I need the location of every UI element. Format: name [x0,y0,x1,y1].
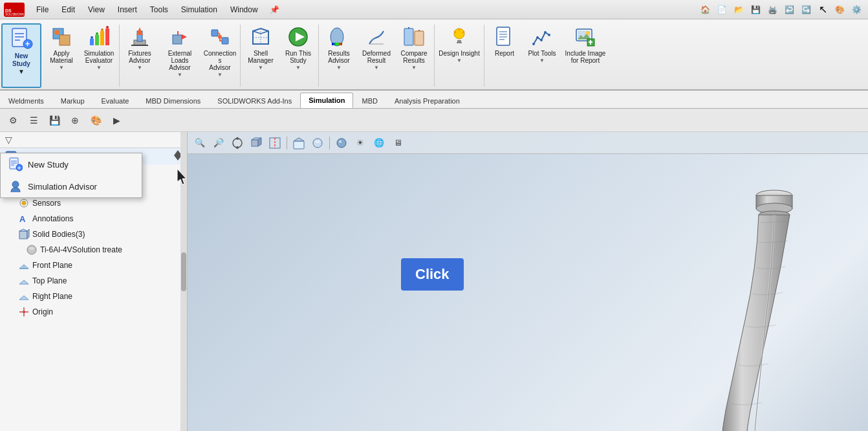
ribbon-divider-3 [318,25,319,87]
redo-icon[interactable]: ↪️ [798,2,814,17]
tree-item-front-plane[interactable]: Front Plane [0,258,187,273]
undo-icon[interactable]: ↩️ [781,2,797,17]
ribbon: + New Study ▼ ApplyMaterial ▼ [0,19,868,91]
svg-point-84 [29,247,34,250]
include-image-label: Include Image for Report [563,50,608,64]
more-icon[interactable]: ▶ [107,111,125,129]
tree-item-origin[interactable]: Origin [0,304,187,320]
compare-results-button[interactable]: CompareResults ▼ [395,22,433,89]
svg-point-112 [315,140,320,143]
connections-advisor-button[interactable]: ConnectionsAdvisor ▼ [201,22,239,89]
tree-item-solid-bodies[interactable]: Solid Bodies(3) [0,227,187,242]
results-dropdown-arrow: ▼ [336,65,342,71]
tab-mbd[interactable]: MBD [353,93,385,108]
scroll-thumb[interactable] [181,252,186,291]
svg-point-103 [236,146,239,149]
material-icon [26,244,38,256]
external-loads-advisor-button[interactable]: ExternalLoads Advisor ▼ [158,22,201,89]
view-orientation-icon[interactable] [290,135,307,151]
run-study-dropdown-arrow: ▼ [296,65,301,71]
save-icon[interactable]: 💾 [748,2,763,17]
gear-icon[interactable]: ⚙ [4,111,22,129]
tab-simulation[interactable]: Simulation [300,93,353,108]
monitor-icon[interactable]: 🖥 [389,135,406,151]
fixtures-advisor-button[interactable]: FixturesAdvisor ▼ [121,22,158,89]
save-sec-icon[interactable]: 💾 [45,111,63,129]
tab-bar: Weldments Markup Evaluate MBD Dimensions… [0,91,868,109]
run-this-study-button[interactable]: Run ThisStudy ▼ [279,22,317,89]
results-advisor-button[interactable]: ResultsAdvisor ▼ [320,22,358,89]
front-plane-icon [18,260,30,271]
print-icon[interactable]: 🖨️ [765,2,780,17]
svg-marker-82 [27,229,29,239]
color-sec-icon[interactable]: 🎨 [87,111,105,129]
tab-weldments[interactable]: Weldments [0,93,52,108]
report-button[interactable]: Report [486,22,523,89]
right-plane-icon [18,291,30,302]
list-icon[interactable]: ☰ [25,111,43,129]
plot-tools-button[interactable]: Plot Tools ▼ [523,22,561,89]
svg-rect-104 [252,140,258,146]
menu-view[interactable]: View [81,3,111,16]
home-icon[interactable]: 🏠 [697,2,713,17]
tree-item-material[interactable]: Ti-6Al-4VSolution treate [0,242,187,258]
zoom-out-icon[interactable]: 🔎 [210,135,227,151]
svg-point-53 [532,43,535,45]
menu-file[interactable]: File [30,3,55,16]
tab-markup[interactable]: Markup [52,93,93,108]
design-insight-button[interactable]: Design Insight ▼ [436,22,483,89]
display-style-icon[interactable] [309,135,326,151]
origin-icon [18,306,30,318]
menu-tools[interactable]: Tools [144,3,175,16]
tree-item-right-plane[interactable]: Right Plane [0,289,187,304]
pin-icon[interactable]: 📌 [267,2,283,17]
crosshair-icon[interactable]: ⊕ [66,111,84,129]
menu-window[interactable]: Window [224,3,265,16]
tree-top-plane-label: Top Plane [32,276,67,285]
new-study-dropdown-arrow: ▼ [18,68,25,76]
scene-icon[interactable]: 🌐 [371,135,387,151]
tree-front-plane-label: Front Plane [32,261,72,270]
3d-model-implant [674,164,816,431]
section-view-icon[interactable] [266,135,283,151]
menu-simulation[interactable]: Simulation [175,3,224,16]
filter-icon[interactable]: ▽ [5,135,12,145]
new-file-icon[interactable]: 📄 [714,2,730,17]
apply-material-button[interactable]: ApplyMaterial ▼ [43,22,80,89]
realview-icon[interactable] [333,135,350,151]
options-icon[interactable]: ⚙️ [849,2,864,17]
select-icon[interactable]: ↖ [815,2,830,17]
svg-point-30 [218,35,222,39]
tab-analysis-preparation[interactable]: Analysis Preparation [386,93,468,108]
tree-item-top-plane[interactable]: Top Plane [0,273,187,289]
sensors-icon [18,197,30,209]
external-loads-label: ExternalLoads Advisor [160,50,199,71]
svg-point-17 [91,36,93,39]
menu-insert[interactable]: Insert [111,3,144,16]
tree-material-label: Ti-6Al-4VSolution treate [40,245,122,254]
tab-mbd-dimensions[interactable]: MBD Dimensions [137,93,209,108]
new-study-button[interactable]: + New Study ▼ [1,23,41,88]
appearance-icon[interactable]: 🎨 [832,2,847,17]
shell-manager-button[interactable]: ShellManager ▼ [242,22,279,89]
viewport[interactable]: 🔍 🔎 [188,132,868,431]
open-icon[interactable]: 📂 [731,2,746,17]
svg-point-57 [548,34,550,36]
zoom-in-icon[interactable]: 🔍 [191,135,208,151]
dropdown-new-study[interactable]: + New Study [1,153,142,175]
design-insight-label: Design Insight [439,50,479,57]
left-panel-scrollbar[interactable] [180,132,187,431]
rotate-icon[interactable] [229,135,246,151]
compare-results-label: CompareResults [400,50,427,64]
deformed-result-button[interactable]: DeformedResult ▼ [358,22,395,89]
menu-edit[interactable]: Edit [55,3,81,16]
shadows-icon[interactable]: ☀ [352,135,369,151]
include-image-button[interactable]: Include Image for Report [561,22,610,89]
tab-solidworks-addins[interactable]: SOLIDWORKS Add-Ins [209,93,300,108]
tree-item-annotations[interactable]: A Annotations [0,211,187,227]
svg-rect-44 [457,42,462,43]
tab-evaluate[interactable]: Evaluate [93,93,138,108]
dropdown-simulation-advisor[interactable]: Simulation Advisor [1,175,142,197]
simulation-evaluator-button[interactable]: SimulationEvaluator ▼ [80,22,118,89]
cube-view-icon[interactable] [248,135,265,151]
